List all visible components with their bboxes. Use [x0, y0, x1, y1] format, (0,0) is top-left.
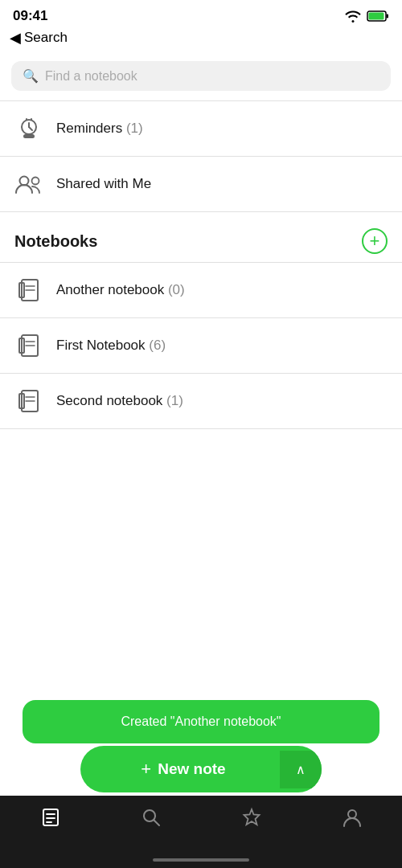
svg-rect-23 [43, 809, 58, 825]
notebooks-section-header: Notebooks + [0, 212, 402, 262]
svg-rect-5 [31, 118, 32, 121]
svg-point-10 [32, 178, 39, 185]
search-nav-icon [141, 807, 162, 828]
notebook-label-first: First Notebook (6) [56, 338, 166, 354]
notebook-item-another[interactable]: Another notebook (0) [0, 263, 402, 317]
nav-item-notes[interactable] [40, 807, 61, 828]
reminders-item[interactable]: Reminders (1) [0, 101, 402, 156]
back-label: Search [24, 30, 68, 46]
shared-label: Shared with Me [56, 176, 151, 192]
svg-line-7 [29, 127, 32, 130]
toast-text: Created "Another notebook" [121, 714, 281, 728]
reminders-count: (1) [126, 121, 143, 136]
toast-notification: Created "Another notebook" [23, 700, 379, 743]
shared-with-me-item[interactable]: Shared with Me [0, 157, 402, 211]
new-note-button[interactable]: + New note ∧ [80, 746, 322, 792]
notebook-item-first[interactable]: First Notebook (6) [0, 318, 402, 373]
notebook-label-second: Second notebook (1) [56, 393, 183, 409]
nav-item-search[interactable] [141, 807, 162, 828]
nav-item-starred[interactable] [241, 807, 262, 828]
wifi-icon [344, 10, 362, 23]
account-nav-icon [342, 807, 363, 828]
reminders-icon [14, 114, 43, 143]
svg-marker-29 [244, 809, 259, 825]
new-note-chevron-button[interactable]: ∧ [280, 751, 322, 788]
notebook-count-second: (1) [166, 393, 183, 408]
new-note-label: New note [158, 760, 225, 778]
svg-rect-8 [23, 134, 35, 138]
shared-icon [14, 170, 43, 199]
search-icon: 🔍 [23, 68, 39, 84]
bottom-navigation [0, 796, 402, 868]
notebook-count-another: (0) [168, 282, 185, 297]
svg-rect-2 [387, 14, 389, 18]
back-nav[interactable]: ◀ Search [0, 27, 402, 55]
back-chevron-icon: ◀ [10, 29, 21, 47]
search-input[interactable]: 🔍 Find a notebook [11, 61, 391, 91]
new-note-plus-icon: + [141, 759, 151, 780]
search-placeholder: Find a notebook [45, 69, 137, 84]
svg-rect-1 [369, 13, 384, 20]
add-notebook-button[interactable]: + [362, 228, 388, 254]
divider-nb-3 [0, 428, 402, 429]
nav-item-account[interactable] [342, 807, 363, 828]
notebook-icon-first [14, 331, 43, 360]
reminders-label: Reminders (1) [56, 121, 143, 137]
chevron-up-icon: ∧ [296, 762, 306, 777]
notebooks-title: Notebooks [14, 232, 97, 251]
notebook-label-another: Another notebook (0) [56, 282, 185, 298]
notebook-icon-another [14, 276, 43, 305]
svg-rect-4 [26, 118, 27, 121]
svg-line-28 [154, 821, 159, 826]
battery-icon [367, 10, 389, 23]
notebook-item-second[interactable]: Second notebook (1) [0, 374, 402, 428]
notebook-count-first: (6) [149, 338, 166, 353]
notes-nav-icon [40, 807, 61, 828]
star-nav-icon [241, 807, 262, 828]
status-icons [344, 10, 389, 23]
svg-point-30 [348, 810, 356, 818]
search-bar-container: 🔍 Find a notebook [0, 55, 402, 100]
new-note-main-area[interactable]: + New note [80, 746, 280, 792]
status-time: 09:41 [13, 8, 47, 24]
home-indicator [153, 858, 249, 862]
svg-point-9 [20, 177, 29, 186]
status-bar: 09:41 [0, 0, 402, 27]
notebook-icon-second [14, 387, 43, 416]
